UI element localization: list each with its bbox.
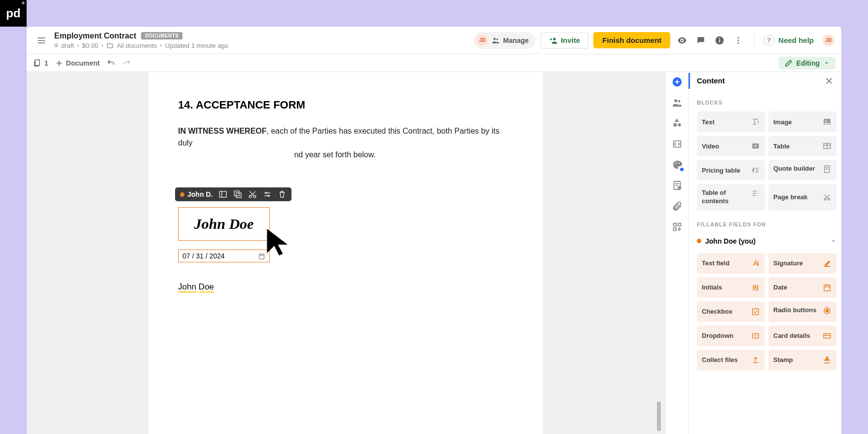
svg-point-9	[719, 37, 720, 38]
block-table[interactable]: Table	[768, 136, 836, 156]
invite-icon	[549, 36, 558, 45]
field-collect-files[interactable]: Collect files	[697, 350, 765, 370]
block-quote-builder[interactable]: Quote builder	[768, 160, 836, 181]
chat-icon	[696, 36, 706, 45]
field-radio[interactable]: Radio buttons	[768, 301, 836, 322]
close-panel-button[interactable]	[825, 76, 833, 85]
svg-point-12	[738, 42, 739, 43]
svg-point-5	[553, 37, 556, 40]
block-image[interactable]: Image	[768, 111, 836, 132]
svg-point-69	[828, 198, 830, 200]
fields-section-label: FILLABLE FIELDS FOR	[697, 221, 836, 227]
field-checkbox[interactable]: Checkbox	[697, 301, 765, 322]
delete-button[interactable]	[278, 190, 287, 199]
field-initials[interactable]: InitialsIN	[697, 277, 765, 298]
block-text[interactable]: Text	[697, 111, 765, 132]
shapes-icon	[672, 118, 683, 129]
info-button[interactable]	[713, 34, 726, 47]
apps-tab[interactable]	[671, 221, 683, 233]
manage-button[interactable]: JD Manage	[473, 32, 536, 49]
checkbox-icon	[751, 307, 760, 316]
person-selector[interactable]: John Doe (you)	[697, 235, 836, 247]
radio-icon	[823, 306, 832, 315]
user-avatar[interactable]: JD	[823, 35, 834, 46]
add-circle-icon	[672, 76, 683, 87]
svg-rect-8	[719, 39, 720, 42]
folder-icon	[107, 42, 114, 49]
editing-mode-button[interactable]: Editing	[779, 57, 835, 70]
redo-button[interactable]	[122, 59, 131, 68]
variables-tab[interactable]	[671, 138, 683, 150]
settings-button[interactable]	[263, 190, 272, 199]
field-signature[interactable]: Signature	[768, 253, 836, 274]
signature-field[interactable]: John Doe	[178, 207, 270, 241]
doc-gear-icon	[672, 180, 683, 191]
text-icon	[751, 117, 760, 126]
app-window: Employment Contract DOCUMENTS draft • $0…	[27, 27, 841, 434]
recipients-tab[interactable]	[671, 97, 683, 108]
comments-button[interactable]	[694, 34, 708, 47]
block-page-break[interactable]: Page break	[768, 184, 836, 211]
more-button[interactable]	[731, 34, 745, 47]
block-toc[interactable]: Table of contents	[697, 184, 765, 211]
field-dropdown[interactable]: Dropdown	[697, 326, 765, 346]
attachments-tab[interactable]	[671, 200, 683, 212]
svg-rect-46	[678, 223, 681, 226]
scrollbar[interactable]	[657, 401, 661, 431]
help-button[interactable]: ? Need help	[763, 35, 814, 46]
signature-icon	[823, 259, 832, 268]
svg-rect-28	[259, 254, 264, 259]
field-stamp[interactable]: Stamp	[768, 350, 836, 370]
block-video[interactable]: Video	[697, 136, 765, 156]
apps-icon	[672, 221, 683, 232]
top-bar: Employment Contract DOCUMENTS draft • $0…	[27, 27, 841, 54]
canvas[interactable]: 14. ACCEPTANCE FORM IN WITNESS WHEREOF, …	[27, 72, 665, 434]
svg-rect-16	[220, 191, 227, 197]
undo-icon	[107, 59, 115, 68]
brackets-icon	[672, 139, 683, 149]
smart-tab[interactable]	[671, 180, 683, 191]
duplicate-button[interactable]	[233, 190, 242, 199]
field-card[interactable]: Card details	[768, 326, 836, 346]
svg-rect-76	[753, 309, 759, 315]
content-tab[interactable]	[671, 76, 683, 88]
menu-button[interactable]	[34, 33, 49, 48]
text-field-icon	[751, 259, 760, 268]
cut-button[interactable]	[248, 190, 257, 199]
svg-point-34	[678, 100, 680, 103]
svg-point-26	[266, 192, 267, 194]
design-tab[interactable]	[671, 117, 683, 129]
svg-point-3	[494, 37, 496, 40]
field-date[interactable]: Date	[768, 277, 836, 298]
svg-point-6	[681, 39, 683, 41]
finish-button[interactable]: Finish document	[593, 32, 670, 48]
document-title[interactable]: Employment Contract	[54, 32, 136, 40]
name-text[interactable]: John Doe	[178, 282, 214, 292]
toc-icon	[751, 189, 760, 198]
signature-toolbar: John D.	[175, 187, 291, 201]
paragraph[interactable]: IN WITNESS WHEREOF, each of the Parties …	[178, 125, 513, 161]
section-heading[interactable]: 14. ACCEPTANCE FORM	[178, 99, 513, 111]
svg-point-36	[678, 123, 681, 126]
field-text[interactable]: Text field	[697, 253, 765, 274]
chevron-down-icon	[831, 238, 836, 244]
theme-tab[interactable]	[671, 159, 683, 171]
layout-button[interactable]	[218, 190, 227, 199]
date-field[interactable]: 07 / 31 / 2024	[178, 250, 270, 262]
block-pricing-table[interactable]: Pricing table	[697, 160, 765, 181]
page-count-button[interactable]: 1	[33, 59, 48, 68]
invite-button[interactable]: Invite	[541, 32, 588, 49]
svg-point-27	[268, 195, 269, 197]
redo-icon	[122, 59, 131, 68]
preview-button[interactable]	[675, 34, 689, 47]
add-document-button[interactable]: Document	[55, 59, 100, 67]
svg-point-33	[674, 99, 677, 102]
svg-point-4	[496, 38, 498, 40]
document-page[interactable]: 14. ACCEPTANCE FORM IN WITNESS WHEREOF, …	[148, 72, 543, 434]
stamp-icon	[823, 356, 832, 364]
folder-text[interactable]: All documents	[117, 42, 157, 49]
avatar: JD	[476, 35, 488, 46]
toolbar: 1 Document Editing	[27, 54, 841, 72]
signer-label[interactable]: John D.	[180, 190, 213, 198]
undo-button[interactable]	[107, 59, 115, 68]
